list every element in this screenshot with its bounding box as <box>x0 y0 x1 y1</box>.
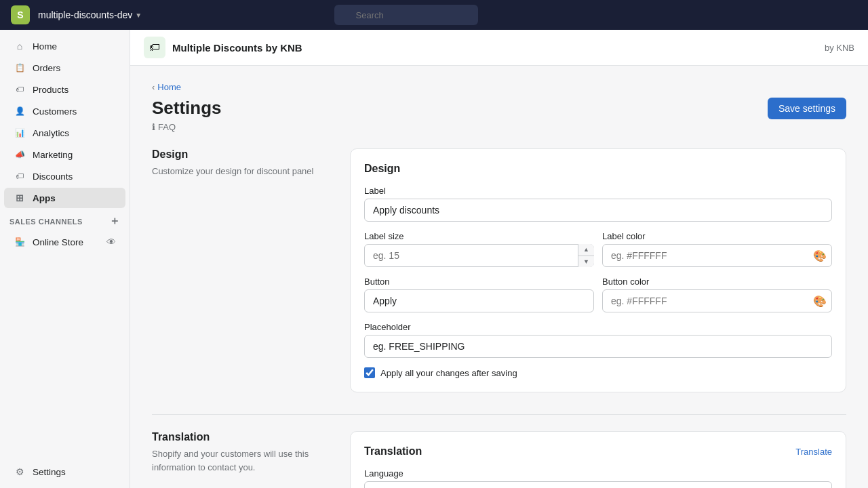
sidebar: Home Orders Products Customers Analytics… <box>0 30 130 488</box>
sidebar-item-online-store[interactable]: Online Store 👁 <box>4 232 125 252</box>
placeholder-group: Placeholder <box>364 322 832 358</box>
analytics-icon <box>14 127 26 139</box>
store-icon <box>14 236 26 248</box>
sidebar-item-analytics[interactable]: Analytics <box>4 123 125 143</box>
button-field-label: Button <box>364 277 594 287</box>
sidebar-item-apps[interactable]: Apps <box>4 188 125 208</box>
label-size-input[interactable] <box>364 244 594 267</box>
sidebar-label-orders: Orders <box>33 63 60 73</box>
apps-icon <box>14 192 26 204</box>
label-color-label: Label color <box>602 231 832 241</box>
apply-changes-label: Apply all your changes after saving <box>380 368 517 378</box>
design-card-title: Design <box>364 163 832 175</box>
button-color-group: Button color 🎨 <box>602 277 832 312</box>
settings-icon <box>14 466 26 478</box>
page-header: Settings Save settings <box>152 98 846 119</box>
breadcrumb-chevron: ‹ <box>152 82 155 92</box>
language-group: Language English ▼ <box>364 468 832 488</box>
eye-icon: 👁 <box>106 237 116 247</box>
translation-card: Translation Translate Language English ▼ <box>350 431 846 488</box>
sidebar-item-home[interactable]: Home <box>4 36 125 56</box>
sidebar-bottom: Settings <box>0 450 130 483</box>
products-icon <box>14 83 26 96</box>
sidebar-item-settings[interactable]: Settings <box>4 462 125 482</box>
shopify-logo: S <box>11 5 30 24</box>
orders-icon <box>14 62 26 74</box>
design-section-left: Design Customize your design for discoun… <box>152 148 328 392</box>
sidebar-label-customers: Customers <box>33 106 77 117</box>
button-input[interactable] <box>364 289 594 312</box>
sidebar-item-marketing[interactable]: Marketing <box>4 144 125 165</box>
label-form-group: Label <box>364 186 832 222</box>
label-field-input[interactable] <box>364 199 832 222</box>
language-select-wrap: English ▼ <box>364 481 832 488</box>
page-title: Settings <box>152 98 222 119</box>
customers-icon <box>14 105 26 117</box>
button-group: Button <box>364 277 594 312</box>
chevron-down-icon: ▼ <box>135 12 142 19</box>
label-size-group: Label size ▲ ▼ <box>364 231 594 267</box>
checkbox-row: Apply all your changes after saving <box>364 367 832 378</box>
faq-label: FAQ <box>158 122 176 132</box>
label-color-picker-icon[interactable]: 🎨 <box>813 249 827 262</box>
app-header-bar: 🏷 Multiple Discounts by KNB by KNB <box>130 30 868 66</box>
button-color-input[interactable] <box>602 289 832 312</box>
app-by-label: by KNB <box>825 43 854 53</box>
sidebar-item-discounts[interactable]: Discounts <box>4 166 125 186</box>
store-selector[interactable]: multiple-discounts-dev ▼ <box>38 9 142 20</box>
translation-card-title: Translation <box>364 445 422 458</box>
spinner-up-button[interactable]: ▲ <box>578 244 594 256</box>
sidebar-label-home: Home <box>33 41 57 52</box>
main-layout: Home Orders Products Customers Analytics… <box>0 30 868 488</box>
sidebar-label-marketing: Marketing <box>33 150 73 160</box>
sidebar-label-products: Products <box>33 85 68 95</box>
label-color-input-wrap: 🎨 <box>602 244 832 267</box>
breadcrumb[interactable]: ‹ Home <box>152 82 846 92</box>
spinner-down-button[interactable]: ▼ <box>578 256 594 268</box>
save-settings-button[interactable]: Save settings <box>768 98 846 119</box>
app-logo: 🏷 <box>144 37 165 58</box>
sidebar-label-settings: Settings <box>33 467 66 477</box>
sidebar-item-orders[interactable]: Orders <box>4 58 125 78</box>
apply-changes-checkbox[interactable] <box>364 367 375 378</box>
translation-section-desc: Shopify and your customers will use this… <box>152 447 328 474</box>
label-field-label: Label <box>364 186 832 196</box>
button-row: Button Button color 🎨 <box>364 277 832 322</box>
add-sales-channel-icon[interactable]: ＋ <box>109 214 121 228</box>
design-section-desc: Customize your design for discount panel <box>152 165 328 178</box>
sales-channels-label: SALES CHANNELS <box>9 218 83 226</box>
content-area: 🏷 Multiple Discounts by KNB by KNB ‹ Hom… <box>130 30 868 488</box>
translation-section-title: Translation <box>152 431 328 443</box>
translation-section-left: Translation Shopify and your customers w… <box>152 431 328 488</box>
placeholder-field-label: Placeholder <box>364 322 832 332</box>
translate-link[interactable]: Translate <box>795 447 832 457</box>
label-size-spinner-wrap: ▲ ▼ <box>364 244 594 267</box>
app-title: Multiple Discounts by KNB <box>172 42 302 54</box>
label-color-input[interactable] <box>602 244 832 267</box>
sidebar-item-products[interactable]: Products <box>4 79 125 100</box>
sidebar-item-customers[interactable]: Customers <box>4 101 125 121</box>
design-section-row: Design Customize your design for discoun… <box>152 148 846 392</box>
faq-link[interactable]: ℹ FAQ <box>152 122 846 132</box>
label-size-label: Label size <box>364 231 594 241</box>
label-color-group: Label color 🎨 <box>602 231 832 267</box>
translation-section-row: Translation Shopify and your customers w… <box>152 431 846 488</box>
section-divider <box>152 414 846 415</box>
search-container: 🔍 <box>334 5 673 25</box>
store-name: multiple-discounts-dev <box>38 9 132 20</box>
online-store-label: Online Store <box>33 237 83 247</box>
button-color-input-wrap: 🎨 <box>602 289 832 312</box>
search-input[interactable] <box>334 5 478 25</box>
button-color-picker-icon[interactable]: 🎨 <box>813 295 827 308</box>
label-size-color-row: Label size ▲ ▼ Label color <box>364 231 832 277</box>
breadcrumb-home[interactable]: Home <box>157 82 181 92</box>
placeholder-input[interactable] <box>364 335 832 358</box>
sales-channels-section: SALES CHANNELS ＋ <box>0 209 130 231</box>
discounts-icon <box>14 170 26 182</box>
home-icon <box>14 40 26 52</box>
topbar: S multiple-discounts-dev ▼ 🔍 <box>0 0 868 30</box>
app-header-left: 🏷 Multiple Discounts by KNB <box>144 37 302 58</box>
info-icon: ℹ <box>152 122 155 132</box>
language-select[interactable]: English <box>364 481 832 488</box>
design-card: Design Label Label size <box>350 148 846 392</box>
